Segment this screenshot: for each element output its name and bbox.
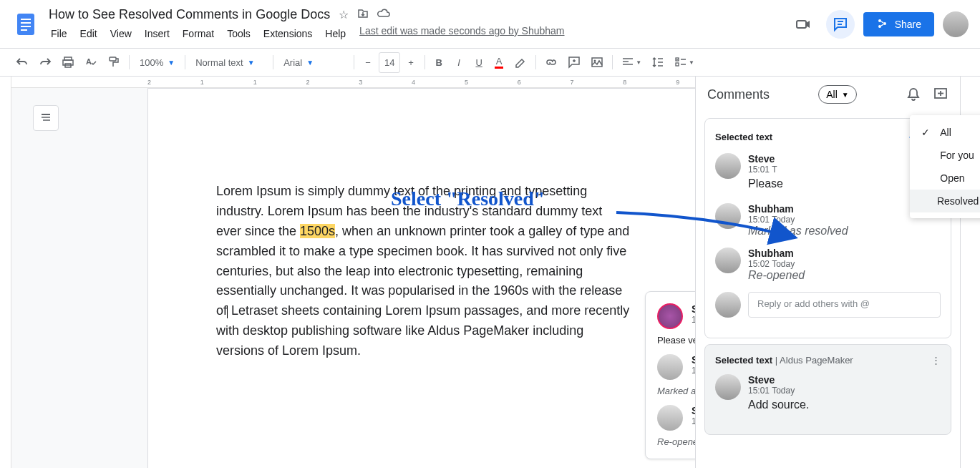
- add-comment-icon[interactable]: [563, 52, 585, 73]
- annotation-arrow: [613, 202, 806, 252]
- svg-rect-1: [21, 19, 31, 20]
- svg-rect-3: [21, 26, 31, 27]
- svg-line-9: [881, 24, 883, 26]
- menu-edit[interactable]: Edit: [75, 25, 102, 42]
- svg-rect-2: [21, 22, 31, 24]
- annotation-text: Select "Resolved": [391, 187, 545, 210]
- toolbar: A 100%▼ Normal text▼ Arial▼ − 14 + B I U…: [0, 48, 980, 77]
- avatar: [715, 292, 741, 318]
- menu-tools[interactable]: Tools: [222, 25, 256, 42]
- filter-option-all[interactable]: ✓All: [910, 121, 980, 144]
- avatar-steve: [657, 303, 683, 329]
- share-label: Share: [895, 19, 921, 30]
- font-size-input[interactable]: 14: [379, 52, 400, 73]
- comments-panel: Comments All▼ ✓All For you Open Resolved…: [695, 77, 960, 468]
- content-area: 211234567891011121314 Lorem Ipsum is sim…: [0, 77, 980, 468]
- comments-filter-button[interactable]: All▼: [818, 85, 856, 104]
- avatar-shubham: [657, 354, 683, 380]
- align-icon[interactable]: ▼: [617, 52, 646, 73]
- svg-rect-5: [797, 21, 806, 28]
- svg-rect-0: [17, 14, 34, 35]
- document-page[interactable]: Lorem Ipsum is simply dummy text of the …: [147, 88, 699, 468]
- move-icon[interactable]: [357, 8, 369, 21]
- comments-icon[interactable]: [826, 10, 855, 39]
- avatar-shubham: [657, 405, 683, 431]
- style-select[interactable]: Normal text▼: [190, 54, 268, 71]
- comments-panel-header: Comments All▼ ✓All For you Open Resolved: [696, 77, 960, 112]
- text-color-icon[interactable]: A: [490, 52, 508, 73]
- spellcheck-icon[interactable]: A: [80, 52, 102, 73]
- menu-format[interactable]: Format: [178, 25, 219, 42]
- svg-line-8: [881, 21, 883, 23]
- svg-text:A: A: [86, 57, 92, 66]
- highlight-icon[interactable]: [510, 52, 531, 73]
- bold-icon[interactable]: B: [430, 53, 448, 72]
- zoom-select[interactable]: 100%▼: [134, 54, 180, 71]
- star-icon[interactable]: ☆: [339, 8, 349, 21]
- reply-input[interactable]: Reply or add others with @: [748, 292, 941, 318]
- font-size-increase[interactable]: +: [402, 53, 420, 72]
- filter-option-open[interactable]: Open: [910, 167, 980, 190]
- svg-rect-4: [21, 29, 27, 31]
- menu-file[interactable]: File: [46, 25, 72, 42]
- share-button[interactable]: Share: [863, 12, 934, 36]
- svg-rect-11: [63, 60, 73, 65]
- avatar: [715, 374, 741, 400]
- menu-extensions[interactable]: Extensions: [258, 25, 317, 42]
- paint-format-icon[interactable]: [103, 52, 125, 73]
- print-icon[interactable]: [57, 52, 79, 73]
- svg-rect-27: [676, 63, 679, 66]
- notifications-icon[interactable]: [906, 87, 921, 102]
- docs-icon[interactable]: [11, 10, 40, 39]
- menu-insert[interactable]: Insert: [140, 25, 175, 42]
- header-right: Share: [789, 10, 969, 39]
- italic-icon[interactable]: I: [450, 53, 468, 72]
- menu-bar: File Edit View Insert Format Tools Exten…: [46, 25, 783, 42]
- profile-avatar[interactable]: [943, 11, 969, 37]
- meet-icon[interactable]: [789, 10, 818, 39]
- highlighted-text: 1500s: [300, 224, 335, 238]
- checklist-icon[interactable]: ▼: [670, 52, 699, 73]
- comment-thread-2[interactable]: Selected text | Aldus PageMaker ⋮ Steve …: [704, 344, 951, 435]
- doc-title[interactable]: How to See Resolved Comments in Google D…: [46, 6, 333, 24]
- line-spacing-icon[interactable]: [647, 52, 669, 73]
- font-size-decrease[interactable]: −: [359, 53, 377, 72]
- menu-help[interactable]: Help: [320, 25, 351, 42]
- comments-title: Comments: [707, 87, 770, 102]
- link-icon[interactable]: [540, 52, 562, 73]
- title-area: How to See Resolved Comments in Google D…: [46, 6, 783, 42]
- undo-icon[interactable]: [11, 52, 33, 73]
- outline-icon[interactable]: [33, 105, 59, 131]
- filter-option-resolved[interactable]: Resolved: [910, 190, 980, 212]
- avatar: [715, 153, 741, 179]
- svg-rect-14: [110, 57, 116, 61]
- filter-option-foryou[interactable]: For you: [910, 144, 980, 167]
- header: How to See Resolved Comments in Google D…: [0, 0, 980, 48]
- ruler-vertical: [0, 77, 11, 468]
- more-icon[interactable]: ⋮: [931, 355, 941, 366]
- font-select[interactable]: Arial▼: [278, 54, 349, 71]
- menu-view[interactable]: View: [105, 25, 137, 42]
- filter-dropdown: ✓All For you Open Resolved: [910, 115, 980, 218]
- cloud-icon[interactable]: [377, 8, 390, 21]
- underline-icon[interactable]: U: [470, 53, 488, 72]
- last-edit-link[interactable]: Last edit was made seconds ago by Shubha…: [359, 25, 564, 42]
- redo-icon[interactable]: [34, 52, 56, 73]
- image-icon[interactable]: [586, 52, 608, 73]
- new-comment-icon[interactable]: [933, 87, 949, 102]
